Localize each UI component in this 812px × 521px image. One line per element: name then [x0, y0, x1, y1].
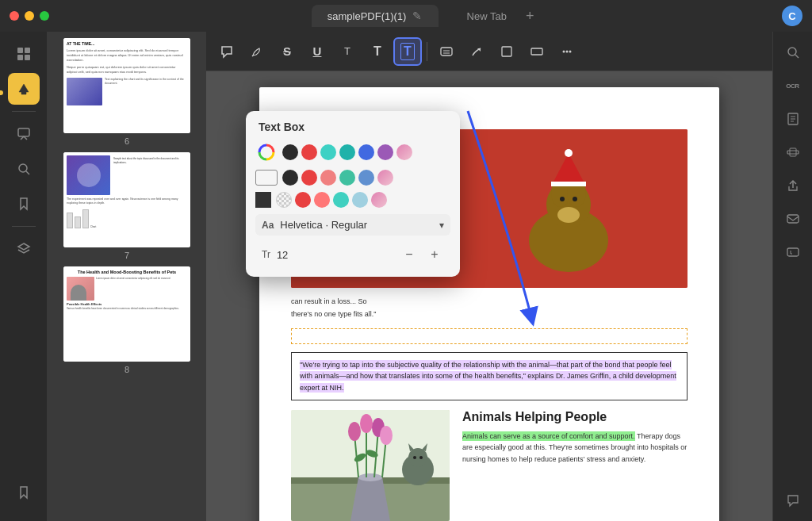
traffic-lights: [10, 11, 49, 21]
svg-point-5: [19, 164, 27, 172]
border-green[interactable]: [339, 170, 355, 186]
avatar[interactable]: C: [782, 6, 802, 26]
tab-active[interactable]: samplePDF(1)(1) ✎: [312, 5, 439, 27]
svg-rect-3: [25, 55, 30, 60]
right-icon-tools[interactable]: [779, 138, 807, 167]
thumb-page-7-item[interactable]: Sample text about the topic discussed in…: [54, 152, 200, 260]
sidebar-icon-thumbnails[interactable]: [8, 38, 40, 70]
color-teal[interactable]: [320, 144, 336, 160]
tool-strikethrough-button[interactable]: S: [273, 37, 301, 66]
fill-color-grid-2: [276, 192, 450, 208]
right-icon-share[interactable]: [779, 171, 807, 200]
border-black[interactable]: [282, 170, 298, 186]
svg-rect-10: [502, 47, 511, 56]
toolbar: S U T T T: [206, 32, 772, 71]
size-section: Tr 12 − +: [255, 242, 450, 267]
svg-point-32: [560, 197, 565, 201]
border-light-blue[interactable]: [358, 170, 374, 186]
tool-text2-button[interactable]: T: [363, 37, 392, 66]
thumb-page-7-img: Sample text about the topic discussed in…: [63, 152, 190, 247]
svg-rect-60: [787, 151, 799, 154]
tool-textbox-button[interactable]: T: [393, 37, 422, 66]
fill-color-grid: [282, 144, 450, 160]
tool-rect2-button[interactable]: [523, 37, 551, 66]
fill-gradient2[interactable]: [371, 192, 387, 208]
thumb-page-8-item[interactable]: The Health and Mood-Boosting Benefits of…: [54, 266, 200, 374]
svg-point-35: [565, 149, 573, 157]
font-dropdown-icon[interactable]: ▾: [439, 220, 444, 231]
svg-line-6: [26, 171, 29, 174]
sidebar-icon-annotations[interactable]: [8, 118, 40, 150]
tool-text1-button[interactable]: T: [333, 37, 362, 66]
color-purple[interactable]: [377, 144, 393, 160]
right-icon-chat[interactable]: [779, 486, 807, 515]
animals-section: Animals Helping People Animals can serve…: [291, 410, 688, 521]
color-wheel-icon[interactable]: [255, 141, 278, 163]
edit-icon[interactable]: ✎: [412, 10, 422, 22]
animals-body: Animals can serve as a source of comfort…: [462, 431, 688, 465]
svg-point-53: [419, 456, 423, 459]
pdf-quote-box: "We're trying to tap into the subjective…: [291, 352, 688, 400]
svg-rect-34: [551, 182, 586, 186]
tool-shape-button[interactable]: [492, 37, 521, 66]
size-minus-button[interactable]: −: [400, 245, 419, 264]
color-black[interactable]: [282, 144, 298, 160]
close-button[interactable]: [10, 11, 19, 21]
thumbnail-panel[interactable]: AT THE TIME... Lorem ipsum dolor sit ame…: [48, 32, 206, 521]
border-gradient[interactable]: [377, 170, 393, 186]
tool-comment-button[interactable]: [213, 37, 241, 66]
right-icon-email[interactable]: [779, 205, 807, 233]
border-color-section: [255, 170, 450, 186]
fill-salmon[interactable]: [314, 192, 330, 208]
right-icon-page-thumb[interactable]: [779, 105, 807, 133]
tool-underline-button[interactable]: U: [303, 37, 331, 66]
svg-point-51: [408, 448, 427, 467]
fill-sky[interactable]: [352, 192, 368, 208]
sidebar-icon-bookmarks[interactable]: [8, 188, 40, 220]
tab-inactive[interactable]: New Tab: [454, 6, 519, 27]
sidebar-icon-bookmark2[interactable]: [8, 477, 40, 508]
fill-transparent[interactable]: [276, 192, 292, 208]
tool-more-button[interactable]: [553, 37, 581, 66]
font-name-display: Helvetica · Regular: [280, 219, 433, 231]
minimize-button[interactable]: [25, 11, 34, 21]
thumb-page-6-item[interactable]: AT THE TIME... Lorem ipsum dolor sit ame…: [54, 38, 200, 146]
tool-list-button[interactable]: [432, 37, 461, 66]
size-plus-button[interactable]: +: [425, 245, 444, 264]
main-container: AT THE TIME... Lorem ipsum dolor sit ame…: [0, 32, 812, 521]
color-red[interactable]: [301, 144, 317, 160]
color-gradient[interactable]: [396, 144, 412, 160]
divider-2: [12, 226, 36, 227]
tool-pen-button[interactable]: [243, 37, 271, 66]
right-icon-info[interactable]: [779, 238, 807, 266]
sidebar-icon-layers[interactable]: [8, 233, 40, 265]
font-section[interactable]: Aa Helvetica · Regular ▾: [255, 214, 450, 236]
fill-cyan[interactable]: [333, 192, 349, 208]
maximize-button[interactable]: [40, 11, 49, 21]
text-box-selection[interactable]: [291, 328, 688, 344]
color-blue[interactable]: [358, 144, 374, 160]
pdf-body-text: can result in a loss... Sothere's no one…: [291, 296, 688, 320]
thumb-page-8-img: The Health and Mood-Boosting Benefits of…: [63, 266, 190, 362]
popup-title: Text Box: [255, 121, 450, 133]
border-red[interactable]: [301, 170, 317, 186]
sidebar-icon-search[interactable]: [8, 153, 40, 185]
toolbar-separator-1: [427, 42, 427, 61]
tab-add-button[interactable]: +: [519, 8, 541, 25]
tool-arrow-button[interactable]: [462, 37, 491, 66]
sidebar-left: [0, 32, 48, 521]
svg-rect-63: [787, 248, 799, 256]
textbox-popup: Text Box: [246, 111, 460, 277]
border-light-red[interactable]: [320, 170, 336, 186]
color-dark-teal[interactable]: [339, 144, 355, 160]
svg-point-47: [380, 426, 393, 445]
right-icon-search[interactable]: [779, 38, 807, 67]
thumb-page-6-img: AT THE TIME... Lorem ipsum dolor sit ame…: [63, 38, 190, 133]
svg-point-52: [413, 456, 416, 459]
titlebar: samplePDF(1)(1) ✎ New Tab + C: [0, 0, 812, 32]
sidebar-icon-highlight[interactable]: [8, 73, 40, 105]
fill-red[interactable]: [295, 192, 311, 208]
right-icon-ocr[interactable]: OCR: [779, 71, 807, 100]
svg-point-33: [573, 197, 577, 201]
border-icon: [255, 170, 278, 186]
